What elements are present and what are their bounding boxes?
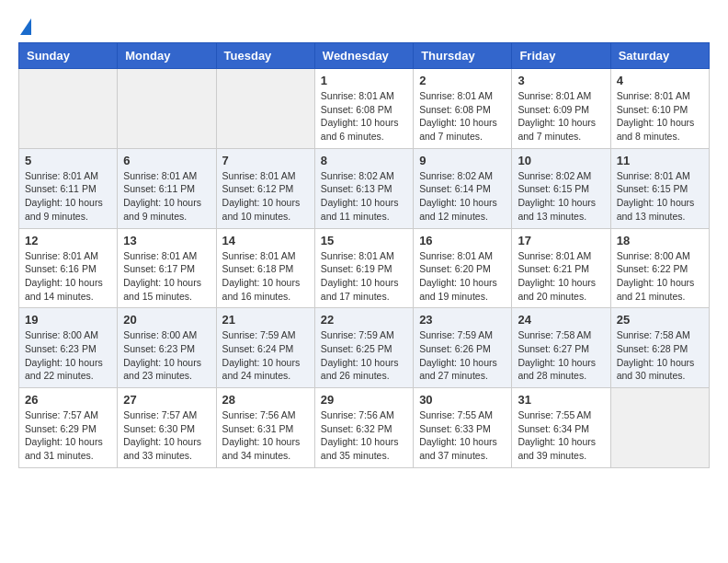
day-info: Sunrise: 8:01 AM Sunset: 6:17 PM Dayligh…	[123, 249, 210, 304]
day-info: Sunrise: 8:01 AM Sunset: 6:08 PM Dayligh…	[419, 89, 506, 144]
calendar-cell	[118, 69, 216, 149]
day-number: 12	[25, 234, 111, 247]
day-number: 1	[321, 74, 407, 87]
logo-icon	[20, 18, 31, 35]
calendar-cell: 19Sunrise: 8:00 AM Sunset: 6:23 PM Dayli…	[19, 308, 118, 388]
weekday-header: Friday	[512, 43, 610, 69]
day-number: 17	[518, 234, 604, 247]
calendar-cell: 1Sunrise: 8:01 AM Sunset: 6:08 PM Daylig…	[314, 69, 413, 149]
day-info: Sunrise: 7:55 AM Sunset: 6:34 PM Dayligh…	[518, 408, 604, 463]
calendar-cell: 26Sunrise: 7:57 AM Sunset: 6:29 PM Dayli…	[19, 388, 118, 468]
calendar-cell: 24Sunrise: 7:58 AM Sunset: 6:27 PM Dayli…	[512, 308, 610, 388]
day-number: 2	[419, 74, 506, 87]
day-number: 8	[321, 154, 407, 167]
calendar-cell: 30Sunrise: 7:55 AM Sunset: 6:33 PM Dayli…	[414, 388, 512, 468]
weekday-header-row: SundayMondayTuesdayWednesdayThursdayFrid…	[19, 43, 710, 69]
calendar-week-row: 19Sunrise: 8:00 AM Sunset: 6:23 PM Dayli…	[19, 308, 710, 388]
calendar-cell: 5Sunrise: 8:01 AM Sunset: 6:11 PM Daylig…	[19, 148, 118, 228]
day-number: 23	[419, 313, 506, 327]
calendar-cell: 3Sunrise: 8:01 AM Sunset: 6:09 PM Daylig…	[512, 69, 610, 149]
day-info: Sunrise: 8:01 AM Sunset: 6:15 PM Dayligh…	[617, 169, 703, 224]
day-number: 31	[518, 393, 604, 407]
calendar-cell	[216, 69, 314, 149]
day-info: Sunrise: 8:01 AM Sunset: 6:12 PM Dayligh…	[222, 169, 309, 224]
day-number: 14	[222, 234, 309, 247]
day-number: 13	[123, 234, 210, 247]
day-number: 30	[419, 393, 506, 407]
day-number: 27	[123, 393, 210, 407]
day-info: Sunrise: 7:58 AM Sunset: 6:28 PM Dayligh…	[617, 328, 703, 383]
calendar-cell: 6Sunrise: 8:01 AM Sunset: 6:11 PM Daylig…	[118, 148, 216, 228]
calendar-week-row: 5Sunrise: 8:01 AM Sunset: 6:11 PM Daylig…	[19, 148, 710, 228]
calendar-cell	[19, 69, 118, 149]
page: SundayMondayTuesdayWednesdayThursdayFrid…	[0, 0, 728, 477]
calendar-cell: 14Sunrise: 8:01 AM Sunset: 6:18 PM Dayli…	[216, 228, 314, 308]
day-info: Sunrise: 8:01 AM Sunset: 6:20 PM Dayligh…	[419, 249, 506, 304]
day-info: Sunrise: 8:01 AM Sunset: 6:11 PM Dayligh…	[25, 169, 111, 224]
day-number: 5	[25, 154, 111, 167]
weekday-header: Sunday	[19, 43, 118, 69]
calendar-week-row: 1Sunrise: 8:01 AM Sunset: 6:08 PM Daylig…	[19, 69, 710, 149]
calendar-cell: 29Sunrise: 7:56 AM Sunset: 6:32 PM Dayli…	[314, 388, 413, 468]
calendar-week-row: 12Sunrise: 8:01 AM Sunset: 6:16 PM Dayli…	[19, 228, 710, 308]
calendar-cell: 8Sunrise: 8:02 AM Sunset: 6:13 PM Daylig…	[314, 148, 413, 228]
day-info: Sunrise: 8:02 AM Sunset: 6:13 PM Dayligh…	[321, 169, 407, 224]
header	[18, 18, 710, 33]
day-number: 16	[419, 234, 506, 247]
day-number: 19	[25, 313, 111, 327]
day-info: Sunrise: 7:59 AM Sunset: 6:25 PM Dayligh…	[321, 328, 407, 383]
calendar-cell: 10Sunrise: 8:02 AM Sunset: 6:15 PM Dayli…	[512, 148, 610, 228]
day-info: Sunrise: 8:01 AM Sunset: 6:09 PM Dayligh…	[518, 89, 604, 144]
day-info: Sunrise: 8:02 AM Sunset: 6:14 PM Dayligh…	[419, 169, 506, 224]
day-info: Sunrise: 8:01 AM Sunset: 6:11 PM Dayligh…	[123, 169, 210, 224]
calendar-week-row: 26Sunrise: 7:57 AM Sunset: 6:29 PM Dayli…	[19, 388, 710, 468]
calendar-table: SundayMondayTuesdayWednesdayThursdayFrid…	[18, 42, 710, 468]
day-info: Sunrise: 8:01 AM Sunset: 6:10 PM Dayligh…	[617, 89, 703, 144]
day-info: Sunrise: 7:59 AM Sunset: 6:24 PM Dayligh…	[222, 328, 309, 383]
calendar-cell	[610, 388, 709, 468]
logo-text	[18, 18, 31, 33]
calendar-cell: 15Sunrise: 8:01 AM Sunset: 6:19 PM Dayli…	[314, 228, 413, 308]
day-info: Sunrise: 8:01 AM Sunset: 6:18 PM Dayligh…	[222, 249, 309, 304]
day-number: 20	[123, 313, 210, 327]
day-info: Sunrise: 7:59 AM Sunset: 6:26 PM Dayligh…	[419, 328, 506, 383]
day-number: 15	[321, 234, 407, 247]
calendar-cell: 23Sunrise: 7:59 AM Sunset: 6:26 PM Dayli…	[414, 308, 512, 388]
day-info: Sunrise: 7:56 AM Sunset: 6:32 PM Dayligh…	[321, 408, 407, 463]
calendar-cell: 18Sunrise: 8:00 AM Sunset: 6:22 PM Dayli…	[610, 228, 709, 308]
weekday-header: Wednesday	[314, 43, 413, 69]
day-number: 4	[617, 74, 703, 87]
calendar-cell: 21Sunrise: 7:59 AM Sunset: 6:24 PM Dayli…	[216, 308, 314, 388]
day-number: 28	[222, 393, 309, 407]
day-number: 26	[25, 393, 111, 407]
day-info: Sunrise: 7:56 AM Sunset: 6:31 PM Dayligh…	[222, 408, 309, 463]
calendar-cell: 2Sunrise: 8:01 AM Sunset: 6:08 PM Daylig…	[414, 69, 512, 149]
weekday-header: Thursday	[414, 43, 512, 69]
day-info: Sunrise: 7:57 AM Sunset: 6:29 PM Dayligh…	[25, 408, 111, 463]
day-number: 21	[222, 313, 309, 327]
calendar-cell: 17Sunrise: 8:01 AM Sunset: 6:21 PM Dayli…	[512, 228, 610, 308]
day-info: Sunrise: 8:01 AM Sunset: 6:08 PM Dayligh…	[321, 89, 407, 144]
calendar-cell: 20Sunrise: 8:00 AM Sunset: 6:23 PM Dayli…	[118, 308, 216, 388]
day-info: Sunrise: 8:01 AM Sunset: 6:21 PM Dayligh…	[518, 249, 604, 304]
calendar-cell: 16Sunrise: 8:01 AM Sunset: 6:20 PM Dayli…	[414, 228, 512, 308]
day-number: 10	[518, 154, 604, 167]
calendar-cell: 4Sunrise: 8:01 AM Sunset: 6:10 PM Daylig…	[610, 69, 709, 149]
calendar-cell: 27Sunrise: 7:57 AM Sunset: 6:30 PM Dayli…	[118, 388, 216, 468]
day-number: 22	[321, 313, 407, 327]
day-info: Sunrise: 8:01 AM Sunset: 6:16 PM Dayligh…	[25, 249, 111, 304]
day-info: Sunrise: 8:02 AM Sunset: 6:15 PM Dayligh…	[518, 169, 604, 224]
day-info: Sunrise: 7:57 AM Sunset: 6:30 PM Dayligh…	[123, 408, 210, 463]
calendar-cell: 25Sunrise: 7:58 AM Sunset: 6:28 PM Dayli…	[610, 308, 709, 388]
day-info: Sunrise: 8:01 AM Sunset: 6:19 PM Dayligh…	[321, 249, 407, 304]
day-number: 6	[123, 154, 210, 167]
calendar-cell: 11Sunrise: 8:01 AM Sunset: 6:15 PM Dayli…	[610, 148, 709, 228]
day-number: 24	[518, 313, 604, 327]
day-info: Sunrise: 8:00 AM Sunset: 6:23 PM Dayligh…	[25, 328, 111, 383]
day-info: Sunrise: 8:00 AM Sunset: 6:23 PM Dayligh…	[123, 328, 210, 383]
day-number: 11	[617, 154, 703, 167]
day-number: 29	[321, 393, 407, 407]
day-info: Sunrise: 7:55 AM Sunset: 6:33 PM Dayligh…	[419, 408, 506, 463]
day-number: 25	[617, 313, 703, 327]
day-number: 7	[222, 154, 309, 167]
